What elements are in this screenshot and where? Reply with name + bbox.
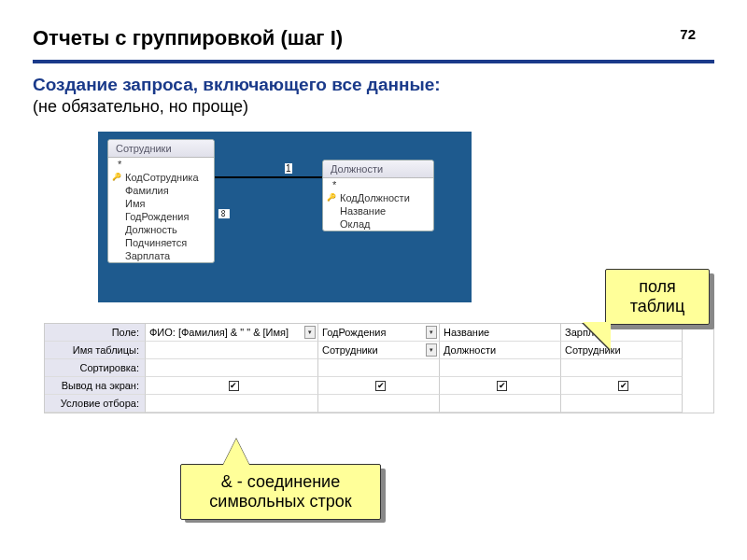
criteria-cell[interactable] [146, 395, 318, 413]
callout-tail-icon [223, 439, 249, 465]
show-cell[interactable]: ✔ [146, 377, 318, 395]
callout-concat: & - соединение символьных строк [180, 464, 381, 520]
checkbox-icon[interactable]: ✔ [375, 381, 386, 391]
field-item[interactable]: Оклад [323, 217, 433, 231]
field-item[interactable]: * [108, 158, 214, 171]
field-item[interactable]: ГодРождения [108, 210, 214, 223]
relation-many: ∞ [218, 209, 230, 218]
sort-cell[interactable] [318, 359, 440, 377]
row-label-show: Вывод на экран: [45, 377, 146, 395]
field-item[interactable]: Подчиняется [108, 236, 214, 249]
table-cell[interactable]: Должности [440, 342, 561, 359]
table-header: Должности [323, 161, 433, 178]
sort-cell[interactable] [146, 359, 318, 377]
query-diagram: Сотрудники * КодСотрудника Фамилия Имя Г… [98, 132, 472, 302]
row-label-criteria: Условие отбора: [45, 395, 146, 413]
table-cell[interactable]: Сотрудники [561, 342, 683, 359]
slide-title: Отчеты с группировкой (шаг I) [33, 26, 343, 50]
table-header: Сотрудники [108, 140, 214, 158]
sort-cell[interactable] [440, 359, 561, 377]
field-item[interactable]: Фамилия [108, 184, 214, 197]
show-cell[interactable]: ✔ [440, 377, 561, 395]
subtitle: Создание запроса, включающего все данные… [33, 75, 714, 95]
table-positions[interactable]: Должности * КодДолжности Название Оклад [322, 160, 434, 231]
page-number: 72 [680, 26, 696, 42]
field-item[interactable]: КодДолжности [323, 191, 433, 204]
checkbox-icon[interactable]: ✔ [229, 381, 239, 391]
row-label-sort: Сортировка: [45, 359, 146, 377]
criteria-cell[interactable] [318, 395, 440, 413]
divider [33, 60, 714, 63]
table-employees[interactable]: Сотрудники * КодСотрудника Фамилия Имя Г… [107, 139, 215, 263]
checkbox-icon[interactable]: ✔ [497, 381, 507, 391]
dropdown-icon[interactable]: ▾ [304, 326, 316, 339]
row-label-table: Имя таблицы: [45, 342, 146, 359]
show-cell[interactable]: ✔ [561, 377, 683, 395]
sort-cell[interactable] [561, 359, 683, 377]
dropdown-icon[interactable]: ▾ [426, 343, 437, 357]
criteria-cell[interactable] [440, 395, 561, 413]
field-cell[interactable]: ФИО: [Фамилия] & " " & [Имя]▾ [146, 324, 318, 342]
field-item[interactable]: Зарплата [108, 249, 214, 262]
field-item[interactable]: * [323, 178, 433, 191]
dropdown-icon[interactable]: ▾ [426, 326, 437, 339]
field-item[interactable]: Имя [108, 197, 214, 210]
table-cell[interactable]: Сотрудники▾ [318, 342, 440, 359]
relation-line[interactable] [215, 176, 322, 178]
table-cell[interactable] [146, 342, 318, 359]
callout-tail-icon [583, 322, 611, 350]
field-item[interactable]: КодСотрудника [108, 171, 214, 184]
show-cell[interactable]: ✔ [318, 377, 440, 395]
checkbox-icon[interactable]: ✔ [618, 381, 628, 391]
query-design-grid: Поле: ФИО: [Фамилия] & " " & [Имя]▾ ГодР… [44, 323, 714, 413]
criteria-cell[interactable] [561, 395, 683, 413]
callout-fields: поля таблиц [605, 269, 710, 325]
relation-one: 1 [285, 163, 292, 174]
field-item[interactable]: Название [323, 204, 433, 217]
note: (не обязательно, но проще) [33, 97, 714, 117]
field-item[interactable]: Должность [108, 223, 214, 236]
row-label-field: Поле: [45, 324, 146, 342]
field-cell[interactable]: Название [440, 324, 561, 342]
field-cell[interactable]: ГодРождения▾ [318, 324, 440, 342]
